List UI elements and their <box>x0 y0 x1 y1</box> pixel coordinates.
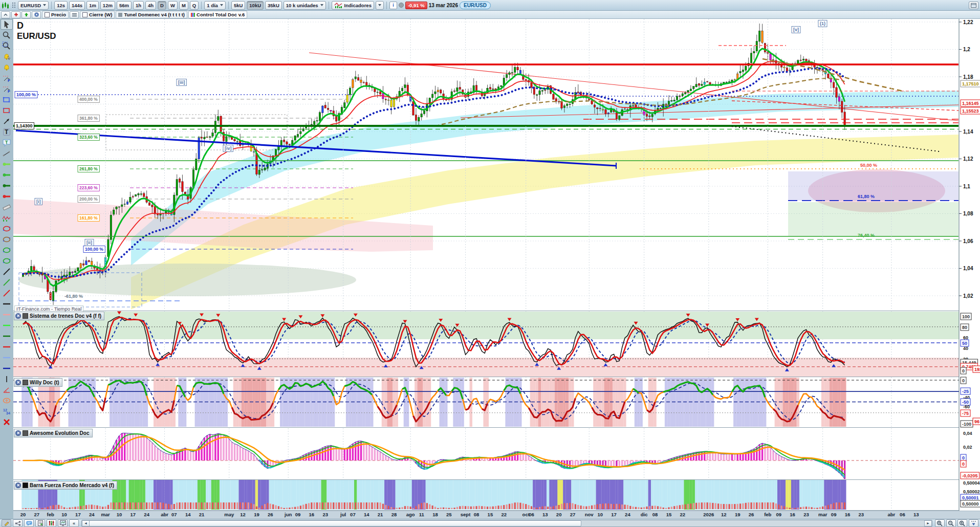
price-chart[interactable]: 400,00 %361,80 %323,60 %261,80 %223,60 %… <box>13 19 980 519</box>
legend-price[interactable]: Precio <box>42 11 69 18</box>
tool-fib-projection[interactable]: F <box>1 73 13 83</box>
zoom-in-button[interactable] <box>957 519 967 527</box>
symbol-select[interactable]: EURUSD <box>18 1 49 10</box>
zoom-fit-button[interactable] <box>935 519 945 527</box>
timeframe-4h-button[interactable]: 4h <box>145 1 156 10</box>
tool-trendline-black[interactable] <box>1 266 13 277</box>
svg-text:1,08: 1,08 <box>963 211 973 216</box>
close-icon[interactable]: ✕ <box>15 313 21 319</box>
tool-hline-brightgreen[interactable] <box>1 320 13 331</box>
tool-delete[interactable] <box>1 416 13 427</box>
scroll-right-arrow[interactable]: ► <box>924 520 932 526</box>
timeframe-144s-button[interactable]: 144s <box>69 1 85 10</box>
tool-ellipse-green[interactable] <box>1 245 13 255</box>
scrollbar-thumb[interactable] <box>89 520 581 526</box>
collapse-left-button[interactable]: « <box>69 519 79 527</box>
tool-hline-darkgreen[interactable] <box>1 331 13 341</box>
timeframe-1m-button[interactable]: 1m <box>86 1 99 10</box>
price-checkbox[interactable] <box>45 12 50 17</box>
tool-zoom-selection[interactable] <box>1 40 13 51</box>
willy-pane <box>13 378 959 427</box>
close-pane-button[interactable] <box>32 11 41 18</box>
tool-angle[interactable] <box>1 384 13 395</box>
workspace-button[interactable] <box>58 519 68 527</box>
close-w-checkbox[interactable] <box>82 12 88 17</box>
close-icon[interactable]: ✕ <box>15 482 21 488</box>
tool-numbers[interactable]: 1234 <box>1 406 13 416</box>
timeframe-12s-button[interactable]: 12s <box>54 1 68 10</box>
zoom-out-button[interactable] <box>946 519 956 527</box>
panel-header-sistema-trenes[interactable]: ✕ Sistema de trenes Doc v4 (f f) <box>14 312 104 320</box>
tool-hline-tool-lightgreen[interactable] <box>1 159 13 169</box>
units-35ku-button[interactable]: 35kU <box>265 1 282 10</box>
auto-scale-button[interactable] <box>969 519 978 527</box>
pair-badge[interactable]: EUR/USD <box>460 2 491 9</box>
tool-select-cursor[interactable] <box>1 19 13 30</box>
share-button[interactable] <box>13 519 23 527</box>
tool-rectangle-red[interactable] <box>1 105 13 116</box>
units-5ku-button[interactable]: 5kU <box>231 1 245 10</box>
tool-fib-retracement[interactable]: F <box>1 83 13 94</box>
tool-indicator-preview[interactable] <box>1 212 13 223</box>
panel-header-barra-fuerza[interactable]: ✕ Barra Fuerza Fondo Mercado v4 (f) <box>14 481 117 490</box>
panel-header-willy[interactable]: ✕ Willy Doc (t) <box>14 378 62 387</box>
panel-settings-button[interactable] <box>969 2 978 9</box>
tool-text-bubble[interactable]: T <box>1 137 13 148</box>
tool-vline[interactable] <box>1 374 13 384</box>
tool-hline-black[interactable] <box>1 298 13 309</box>
units-10ku-button[interactable]: 10kU <box>247 1 264 10</box>
tool-hline-navy[interactable] <box>1 363 13 374</box>
tool-hline-pink[interactable] <box>1 309 13 320</box>
tool-alarm[interactable] <box>1 62 13 73</box>
tool-hline-tool-darkgreen[interactable] <box>1 180 13 191</box>
chat-button[interactable] <box>24 519 34 527</box>
tool-alarm-cursor[interactable] <box>1 51 13 62</box>
panel-header-awesome[interactable]: ✕ Awesome Evolution Doc <box>14 429 93 437</box>
move-up-button[interactable] <box>21 11 31 18</box>
toolbar-grip-handle[interactable] <box>12 2 16 9</box>
tool-arrow[interactable] <box>1 116 13 126</box>
horizontal-scrollbar[interactable]: ◄ ► <box>81 520 932 527</box>
close-icon[interactable]: ✕ <box>15 380 21 385</box>
add-indicator-button[interactable] <box>11 11 20 18</box>
tool-ellipse-red[interactable] <box>1 223 13 234</box>
indicators-button[interactable]: Indicadores <box>332 1 374 10</box>
timeframe-1h-button[interactable]: 1h <box>133 1 144 10</box>
tool-text[interactable]: T <box>1 126 13 137</box>
timeframe-12m-button[interactable]: 12m <box>100 1 115 10</box>
scroll-left-arrow[interactable]: ◄ <box>82 520 90 526</box>
list-button[interactable] <box>70 11 79 18</box>
svg-text:76,40 %: 76,40 % <box>858 233 875 238</box>
legend-close-w[interactable]: Cierre (W) <box>80 11 115 18</box>
tool-ellipse-brown[interactable] <box>1 234 13 245</box>
tool-segment[interactable] <box>1 148 13 159</box>
orders-button[interactable] <box>47 519 56 527</box>
draw-mode-button[interactable] <box>2 519 11 527</box>
units-select[interactable]: 10 k unidades <box>284 1 326 10</box>
close-icon[interactable]: ✕ <box>15 430 21 436</box>
news-button[interactable] <box>35 519 45 527</box>
tool-trendline-green[interactable] <box>1 277 13 288</box>
tool-hline-lightblue[interactable] <box>1 352 13 363</box>
legend-tunel[interactable]: Tunel Domenec v4 (t t t t t) <box>116 11 187 18</box>
tool-ellipse-green-2[interactable] <box>1 255 13 266</box>
tool-circle-plus[interactable] <box>1 395 13 406</box>
timeframe-daily-button[interactable]: D <box>158 1 166 10</box>
range-select[interactable]: 1 día <box>204 1 226 10</box>
timeframe-quarterly-button[interactable]: Q <box>190 1 199 10</box>
timeframe-56m-button[interactable]: 56m <box>117 1 132 10</box>
info-button[interactable]: i <box>389 2 397 9</box>
tool-hline-tool-green[interactable] <box>1 169 13 180</box>
timeframe-weekly-button[interactable]: W <box>168 1 178 10</box>
tool-hline-tool-red[interactable] <box>1 191 13 202</box>
tool-zoom[interactable] <box>1 30 13 40</box>
tool-hline-red[interactable] <box>1 341 13 352</box>
legend-control-total[interactable]: Control Total Doc v.6 <box>188 11 247 18</box>
svg-text:1,17510: 1,17510 <box>962 81 979 86</box>
tool-trendline-red[interactable] <box>1 288 13 298</box>
indicators-dropdown-button[interactable] <box>376 1 384 10</box>
collapse-legend-button[interactable] <box>1 11 10 18</box>
tool-ruler[interactable] <box>1 202 13 212</box>
tool-rectangle-blue[interactable] <box>1 94 13 105</box>
timeframe-monthly-button[interactable]: M <box>179 1 188 10</box>
